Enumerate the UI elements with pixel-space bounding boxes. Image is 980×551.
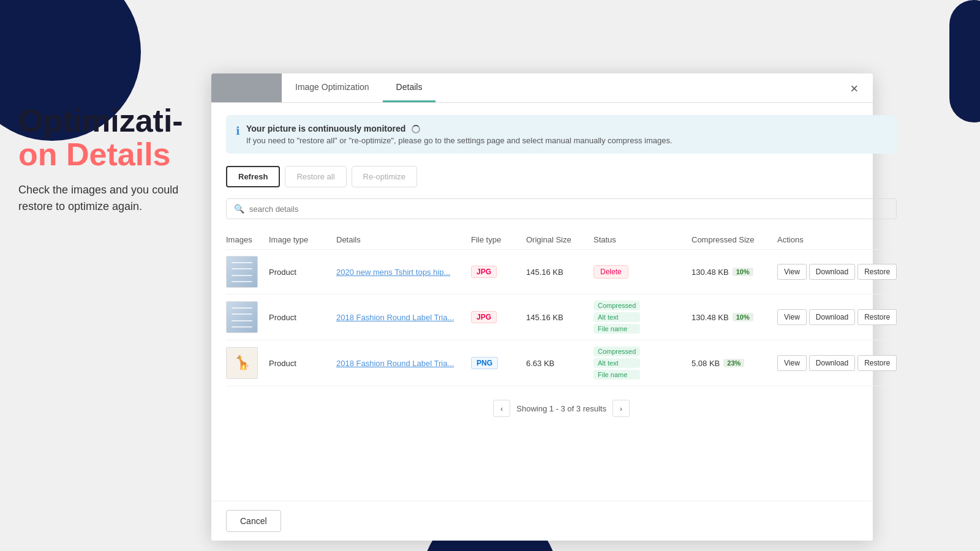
info-text-main: Your picture is continuously monitored xyxy=(246,124,673,133)
cell-image-type-3: Product xyxy=(269,359,336,368)
download-button-2[interactable]: Download xyxy=(809,309,855,325)
col-header-file-type: File type xyxy=(471,235,526,244)
cell-compressed-size-3: 5.08 KB 23% xyxy=(692,359,777,368)
pagination-info: Showing 1 - 3 of 3 results xyxy=(516,404,606,413)
tab-bar: Image Optimization Details × xyxy=(211,73,873,103)
action-buttons: Refresh Restore all Re-optimize xyxy=(226,166,897,187)
table-row: Product 2020 new mens Tshirt tops hip...… xyxy=(226,250,897,294)
status-tag-alt-2: Alt text xyxy=(594,312,640,322)
view-button-3[interactable]: View xyxy=(777,355,807,371)
next-page-button[interactable]: › xyxy=(612,400,630,417)
image-thumbnail-1 xyxy=(226,256,258,288)
cell-detail-2: 2018 Fashion Round Label Tria... xyxy=(336,313,471,322)
cell-status-2: Compressed Alt text File name xyxy=(594,301,692,334)
cell-original-size-2: 145.16 KB xyxy=(526,313,594,322)
compressed-pct-3: 23% xyxy=(723,359,744,367)
detail-link-3[interactable]: 2018 Fashion Round Label Tria... xyxy=(336,359,454,368)
modal-dialog: Image Optimization Details × ℹ Your pict… xyxy=(211,73,873,541)
col-header-images: Images xyxy=(226,235,269,244)
col-header-actions: Actions xyxy=(777,235,897,244)
detail-link-1[interactable]: 2020 new mens Tshirt tops hip... xyxy=(336,268,450,277)
col-header-image-type: Image type xyxy=(269,235,336,244)
restore-button-3[interactable]: Restore xyxy=(858,355,897,371)
status-tag-file-2: File name xyxy=(594,324,640,334)
status-tags-2: Compressed Alt text File name xyxy=(594,301,640,334)
cell-actions-3: View Download Restore xyxy=(777,355,897,371)
cell-detail-1: 2020 new mens Tshirt tops hip... xyxy=(336,268,471,277)
image-thumbnail-2 xyxy=(226,301,258,333)
download-button-3[interactable]: Download xyxy=(809,355,855,371)
cell-file-type-2: JPG xyxy=(471,311,526,323)
detail-link-2[interactable]: 2018 Fashion Round Label Tria... xyxy=(336,313,454,322)
info-banner: ℹ Your picture is continuously monitored… xyxy=(226,115,897,154)
compressed-pct-2: 10% xyxy=(733,313,753,321)
table-container: Images Image type Details File type Orig… xyxy=(226,230,897,386)
file-type-badge-3: PNG xyxy=(471,357,498,369)
cell-compressed-size-1: 130.48 KB 10% xyxy=(692,268,777,277)
close-button[interactable]: × xyxy=(845,80,863,98)
bg-circle-right xyxy=(949,0,980,122)
status-tag-compressed-2: Compressed xyxy=(594,301,640,310)
title-line2: on Details xyxy=(18,137,171,172)
tab-sidebar-placeholder xyxy=(211,73,282,102)
status-tag-alt-3: Alt text xyxy=(594,358,640,368)
table-header: Images Image type Details File type Orig… xyxy=(226,230,897,250)
modal-footer: Cancel xyxy=(211,501,873,541)
tab-image-optimization[interactable]: Image Optimization xyxy=(282,73,383,102)
search-input[interactable] xyxy=(249,204,889,214)
view-button-2[interactable]: View xyxy=(777,309,807,325)
cell-compressed-size-2: 130.48 KB 10% xyxy=(692,313,777,322)
restore-all-button[interactable]: Restore all xyxy=(285,166,346,187)
loading-spinner xyxy=(412,125,420,133)
info-icon: ℹ xyxy=(236,124,240,138)
cell-status-1: Delete xyxy=(594,265,692,279)
restore-button-1[interactable]: Restore xyxy=(858,264,897,280)
pagination: ‹ Showing 1 - 3 of 3 results › xyxy=(226,400,897,423)
cell-image-type-2: Product xyxy=(269,313,336,322)
cell-image-2 xyxy=(226,301,269,333)
re-optimize-button[interactable]: Re-optimize xyxy=(352,166,417,187)
col-header-original-size: Original Size xyxy=(526,235,594,244)
table-row: Product 2018 Fashion Round Label Tria...… xyxy=(226,294,897,340)
search-icon: 🔍 xyxy=(234,204,244,214)
col-header-details: Details xyxy=(336,235,471,244)
col-header-compressed-size: Compressed Size xyxy=(692,235,777,244)
modal-body: ℹ Your picture is continuously monitored… xyxy=(211,103,873,501)
left-panel-description: Check the images and you could restore t… xyxy=(18,182,208,215)
table-row: 🦒 Product 2018 Fashion Round Label Tria.… xyxy=(226,340,897,386)
cell-status-3: Compressed Alt text File name xyxy=(594,347,692,380)
main-content: ℹ Your picture is continuously monitored… xyxy=(211,103,911,501)
cell-file-type-3: PNG xyxy=(471,357,526,369)
cell-original-size-3: 6.63 KB xyxy=(526,359,594,368)
cell-actions-1: View Download Restore xyxy=(777,264,897,280)
compressed-pct-1: 10% xyxy=(733,268,753,276)
title-line1: Optimizati- xyxy=(18,103,183,138)
left-panel: Optimizati- on Details Check the images … xyxy=(18,104,208,215)
info-text-container: Your picture is continuously monitored I… xyxy=(246,124,673,145)
col-header-status: Status xyxy=(594,235,692,244)
cell-detail-3: 2018 Fashion Round Label Tria... xyxy=(336,359,471,368)
cell-original-size-1: 145.16 KB xyxy=(526,268,594,277)
cell-file-type-1: JPG xyxy=(471,266,526,278)
image-thumbnail-3: 🦒 xyxy=(226,347,258,379)
status-tag-compressed-3: Compressed xyxy=(594,347,640,356)
info-text-sub: If you need to "restore all" or "re-opti… xyxy=(246,136,673,145)
status-delete-badge-1: Delete xyxy=(594,265,628,279)
cell-actions-2: View Download Restore xyxy=(777,309,897,325)
restore-button-2[interactable]: Restore xyxy=(858,309,897,325)
search-bar: 🔍 xyxy=(226,198,897,219)
cell-image-type-1: Product xyxy=(269,268,336,277)
file-type-badge-1: JPG xyxy=(471,266,497,278)
status-tags-3: Compressed Alt text File name xyxy=(594,347,640,380)
file-type-badge-2: JPG xyxy=(471,311,497,323)
thumb-giraffe: 🦒 xyxy=(227,348,257,378)
cell-image-1 xyxy=(226,256,269,288)
view-button-1[interactable]: View xyxy=(777,264,807,280)
refresh-button[interactable]: Refresh xyxy=(226,166,280,187)
tab-details[interactable]: Details xyxy=(383,73,436,102)
cell-image-3: 🦒 xyxy=(226,347,269,379)
status-tag-file-3: File name xyxy=(594,370,640,380)
prev-page-button[interactable]: ‹ xyxy=(493,400,510,417)
cancel-button[interactable]: Cancel xyxy=(226,510,281,532)
download-button-1[interactable]: Download xyxy=(809,264,855,280)
